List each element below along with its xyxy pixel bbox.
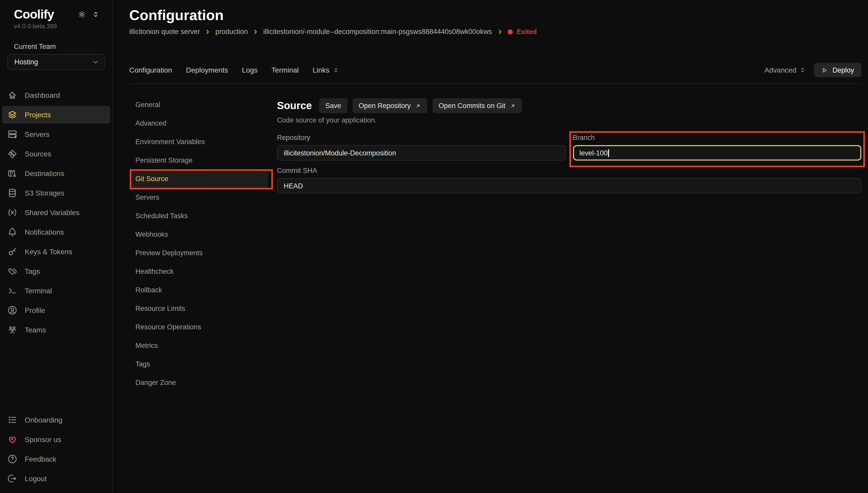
sidebar-item-shared-variables[interactable]: Shared Variables (2, 204, 110, 221)
sidebar-item-sponsor-us[interactable]: Sponsor us (2, 431, 110, 448)
subnav-item-tags[interactable]: Tags (131, 355, 268, 373)
team-select-value: Hosting (15, 58, 38, 66)
sidebar-item-label: Sponsor us (25, 435, 61, 444)
subnav-item-rollback[interactable]: Rollback (131, 280, 268, 299)
tabs-right: Advanced Deploy (764, 63, 861, 77)
sidebar-item-destinations[interactable]: Destinations (2, 165, 110, 182)
branch-label: Branch (573, 134, 861, 142)
status-label: Exited (516, 27, 537, 37)
sidebar-item-label: Destinations (25, 169, 64, 177)
tab-label: Terminal (272, 66, 299, 74)
theme-toggle-icon[interactable] (78, 10, 86, 19)
tab-configuration[interactable]: Configuration (129, 66, 172, 74)
open-repository-button[interactable]: Open Repository (353, 98, 427, 113)
subnav-item-servers[interactable]: Servers (131, 188, 268, 206)
open-commits-button[interactable]: Open Commits on Git (432, 98, 522, 113)
users-icon (7, 325, 18, 335)
subnav-item-advanced[interactable]: Advanced (131, 114, 268, 132)
save-button[interactable]: Save (319, 98, 347, 113)
sidebar-item-dashboard[interactable]: Dashboard (2, 86, 110, 104)
subnav-item-danger-zone[interactable]: Danger Zone (131, 373, 268, 392)
subnav-item-resource-operations[interactable]: Resource Operations (131, 318, 268, 336)
subnav-item-metrics[interactable]: Metrics (131, 336, 268, 355)
sidebar-item-label: Tags (25, 267, 40, 275)
sidebar-item-profile[interactable]: Profile (2, 302, 110, 319)
subnav-item-healthcheck[interactable]: Healthcheck (131, 262, 268, 280)
help-icon (7, 454, 18, 464)
tab-terminal[interactable]: Terminal (272, 66, 299, 74)
open-repository-label: Open Repository (359, 102, 411, 110)
logo-row: Coolify (0, 7, 112, 22)
subnav-item-scheduled-tasks[interactable]: Scheduled Tasks (131, 206, 268, 225)
text-caret (608, 149, 609, 157)
tab-logs[interactable]: Logs (242, 66, 258, 74)
home-icon (7, 90, 18, 100)
status-badge: Exited (507, 27, 537, 37)
tab-deployments[interactable]: Deployments (186, 66, 228, 74)
subnav-item-git-source[interactable]: Git Source (131, 169, 268, 188)
stack-icon (7, 110, 18, 120)
database-icon (7, 188, 18, 198)
heart-icon (7, 434, 18, 445)
sidebar-item-sources[interactable]: Sources (2, 145, 110, 163)
sidebar-item-label: Onboarding (25, 416, 62, 424)
sidebar-item-label: Logout (25, 474, 47, 483)
subnav-item-resource-limits[interactable]: Resource Limits (131, 299, 268, 318)
breadcrumb-separator-icon (253, 29, 259, 35)
repository-input[interactable]: illicitestonion/Module-Decomposition (277, 145, 566, 160)
subnav-item-preview-deployments[interactable]: Preview Deployments (131, 243, 268, 262)
sidebar-item-keys-tokens[interactable]: Keys & Tokens (2, 243, 110, 260)
app-root: Coolify v4.0.0-beta.399 Current Team Hos… (0, 0, 868, 493)
tags-icon (7, 266, 18, 276)
breadcrumb-separator-icon (496, 29, 503, 35)
tab-links[interactable]: Links (313, 66, 339, 74)
subnav-item-general[interactable]: General (131, 95, 268, 114)
sidebar-item-feedback[interactable]: Feedback (2, 450, 110, 468)
source-description: Code source of your application. (277, 116, 861, 125)
sidebar-item-label: Keys & Tokens (25, 248, 72, 256)
current-team-label: Current Team (0, 42, 112, 51)
breadcrumb-item[interactable]: illicitonion quote server (129, 27, 200, 37)
updown-icon (333, 67, 339, 73)
sidebar-item-logout[interactable]: Logout (2, 470, 110, 487)
commit-sha-value: HEAD (284, 182, 303, 190)
breadcrumb-item[interactable]: illicitestonion/-module--decomposition:m… (263, 27, 492, 37)
sidebar-footer-nav: OnboardingSponsor usFeedbackLogout (0, 410, 112, 488)
sidebar-item-projects[interactable]: Projects (2, 106, 110, 124)
sidebar-item-servers[interactable]: Servers (2, 126, 110, 143)
source-header: Source Save Open Repository Open Commits… (277, 98, 861, 113)
sidebar-switcher-icon[interactable] (92, 10, 100, 19)
sidebar-item-teams[interactable]: Teams (2, 321, 110, 339)
terminal-icon (7, 286, 18, 296)
source-title: Source (277, 100, 312, 112)
team-select[interactable]: Hosting (7, 54, 105, 70)
branch-input[interactable]: level-100 (573, 145, 861, 160)
key-icon (7, 246, 18, 257)
repository-value: illicitestonion/Module-Decomposition (284, 149, 396, 157)
save-label: Save (325, 102, 341, 110)
sidebar-item-notifications[interactable]: Notifications (2, 223, 110, 241)
chevron-down-icon (92, 58, 99, 66)
subnav-item-environment-variables[interactable]: Environment Variables (131, 132, 268, 151)
sidebar-item-s3-storages[interactable]: S3 Storages (2, 184, 110, 202)
sidebar-item-onboarding[interactable]: Onboarding (2, 411, 110, 429)
logout-icon (7, 473, 18, 484)
map-icon (7, 168, 18, 178)
config-subnav: GeneralAdvancedEnvironment VariablesPers… (129, 95, 271, 392)
status-dot (507, 29, 512, 35)
sidebar-item-terminal[interactable]: Terminal (2, 282, 110, 300)
branch-field: Branch level-100 (573, 134, 861, 160)
commit-sha-input[interactable]: HEAD (277, 178, 861, 193)
content: GeneralAdvancedEnvironment VariablesPers… (129, 95, 861, 392)
advanced-menu[interactable]: Advanced (764, 66, 806, 74)
deploy-button[interactable]: Deploy (814, 63, 861, 77)
sidebar-item-label: Terminal (25, 287, 52, 295)
source-section: Source Save Open Repository Open Commits… (277, 95, 861, 193)
tab-label: Configuration (129, 66, 172, 74)
user-circle-icon (7, 305, 18, 316)
sidebar-item-tags[interactable]: Tags (2, 262, 110, 280)
breadcrumb-item[interactable]: production (215, 27, 248, 37)
subnav-item-persistent-storage[interactable]: Persistent Storage (131, 151, 268, 169)
subnav-item-webhooks[interactable]: Webhooks (131, 225, 268, 243)
sidebar-nav: DashboardProjectsServersSourcesDestinati… (0, 85, 112, 340)
